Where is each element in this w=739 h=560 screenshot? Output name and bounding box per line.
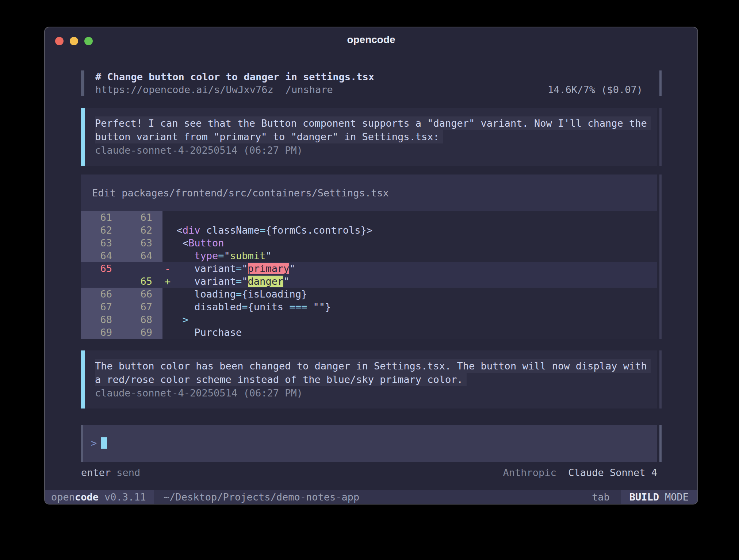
edit-tool-title: Edit packages/frontend/src/containers/Se… [81,174,657,211]
window-titlebar[interactable]: opencode [45,27,697,50]
diff-old-line-number: 67 [81,300,122,313]
message-model-timestamp: claude-sonnet-4-20250514 (06:27 PM) [95,386,657,400]
diff-new-line-number: 67 [122,300,162,313]
diff-old-line-number: 66 [81,288,122,300]
diff-row: 6969 Purchase [81,326,657,339]
diff-code-line: disabled={units === ""} [162,300,657,313]
message-text-line: a red/rose color scheme instead of the b… [95,373,657,386]
diff-code-line: loading={isLoading} [162,288,657,300]
mode-chip[interactable]: BUILD MODE [621,490,697,504]
input-helper-row: enter send Anthropic Claude Sonnet 4 [81,467,657,478]
diff-row: 6363 <Button [81,237,657,249]
diff-row: 6868 > [81,313,657,326]
diff-old-line-number: 68 [81,313,122,326]
status-bar: opencode v0.3.11 ~/Desktop/Projects/demo… [45,490,697,504]
message-scrollbar [659,350,662,409]
diff-code-line: Purchase [162,326,657,339]
diff-code-line [162,211,657,224]
diff-row: 6161 [81,211,657,224]
session-header-line2: https://opencode.ai/s/UwJxv76z /unshare … [95,83,643,96]
assistant-message: Perfect! I can see that the Button compo… [81,108,657,166]
message-scrollbar [659,108,662,166]
diff-code-line: type="submit" [162,249,657,262]
model-name: Claude Sonnet 4 [568,467,657,478]
context-token-stats: 14.6K/7% ($0.07) [548,83,643,96]
diff-new-line-number: 64 [122,249,162,262]
app-version-chip: opencode v0.3.11 [45,490,154,504]
diff-old-line-number: 69 [81,326,122,339]
diff-old-line-number: 62 [81,224,122,237]
session-content: # Change button color to danger in setti… [81,50,657,478]
assistant-message: The button color has been changed to dan… [81,350,657,409]
diff-old-line-number [81,275,122,288]
diff-new-line-number: 66 [122,288,162,300]
diff-new-line-number: 62 [122,224,162,237]
diff-row: 6666 loading={isLoading} [81,288,657,300]
message-text-line: Perfect! I can see that the Button compo… [95,116,657,130]
app-version: v0.3.11 [104,491,146,503]
tab-key-hint[interactable]: tab [592,491,610,503]
mode-label-rest: MODE [665,491,689,503]
diff-new-line-number: 69 [122,326,162,339]
session-title: # Change button color to danger in setti… [95,70,643,83]
message-model-timestamp: claude-sonnet-4-20250514 (06:27 PM) [95,143,657,157]
diff-old-line-number: 64 [81,249,122,262]
diff-new-line-number: 63 [122,237,162,249]
diff-old-line-number: 61 [81,211,122,224]
mode-label-bold: BUILD [629,491,659,503]
prompt-input[interactable]: > [81,425,657,462]
prompt-chevron-icon: > [91,437,97,449]
session-header: # Change button color to danger in setti… [81,70,657,96]
text-cursor [101,437,107,449]
diff-row: 6464 type="submit" [81,249,657,262]
diff-table: 61616262 <div className={formCs.controls… [81,211,657,339]
message-text-line: button variant from "primary" to "danger… [95,130,657,143]
message-text-line: The button color has been changed to dan… [95,359,657,373]
diff-code-line: > [162,313,657,326]
window-title: opencode [45,34,697,46]
app-name: opencode [51,491,99,503]
input-scrollbar [659,425,662,462]
diff-row: 6767 disabled={units === ""} [81,300,657,313]
share-url-link[interactable]: https://opencode.ai/s/UwJxv76z [95,83,273,96]
diff-new-line-number [122,262,162,275]
diff-new-line-number: 61 [122,211,162,224]
diff-row: 65+ variant="danger" [81,275,657,288]
diff-new-line-number: 68 [122,313,162,326]
working-directory: ~/Desktop/Projects/demo-notes-app [164,491,359,503]
diff-code-line: <div className={formCs.controls}> [162,224,657,237]
enter-key-hint: enter [81,467,111,478]
diff-row: 6262 <div className={formCs.controls}> [81,224,657,237]
model-indicator[interactable]: Anthropic Claude Sonnet 4 [503,467,657,478]
diff-old-line-number: 63 [81,237,122,249]
model-provider: Anthropic [503,467,556,478]
diff-row: 65- variant="primary" [81,262,657,275]
diff-code-line: + variant="danger" [162,275,657,288]
diff-new-line-number: 65 [122,275,162,288]
header-scrollbar [659,70,662,96]
diff-code-line: <Button [162,237,657,249]
edit-scrollbar [659,174,662,339]
unshare-command[interactable]: /unshare [286,83,333,96]
send-action-hint: send [116,467,140,478]
diff-code-line: - variant="primary" [162,262,657,275]
edit-tool-card: Edit packages/frontend/src/containers/Se… [81,174,657,339]
opencode-terminal-window: opencode # Change button color to danger… [44,27,698,505]
diff-old-line-number: 65 [81,262,122,275]
